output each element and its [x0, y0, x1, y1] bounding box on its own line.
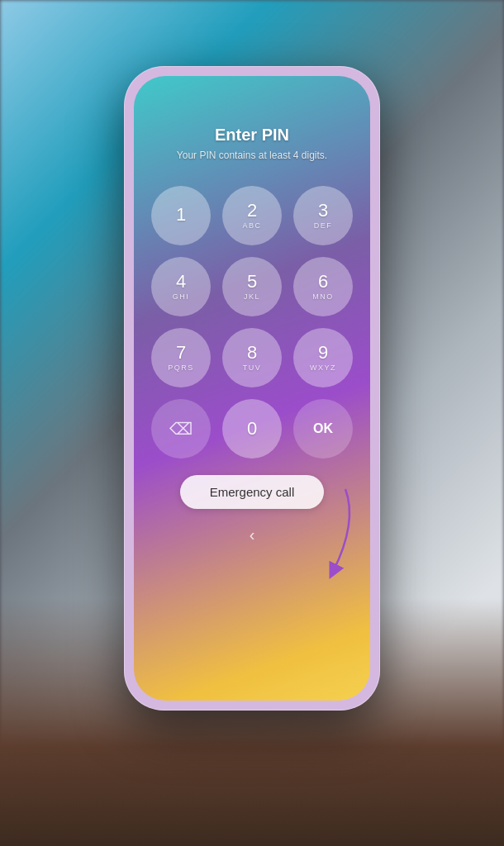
- phone-wrapper: Enter PIN Your PIN contains at least 4 d…: [124, 66, 380, 711]
- key-3[interactable]: 3 DEF: [293, 186, 353, 245]
- pin-subtitle: Your PIN contains at least 4 digits.: [177, 150, 327, 161]
- backspace-icon: ⌫: [169, 419, 193, 439]
- key-6[interactable]: 6 MNO: [293, 257, 353, 316]
- phone-screen: Enter PIN Your PIN contains at least 4 d…: [134, 76, 370, 701]
- back-button[interactable]: ‹: [250, 525, 255, 544]
- pin-title: Enter PIN: [215, 126, 289, 145]
- key-4[interactable]: 4 GHI: [151, 257, 211, 316]
- key-0[interactable]: 0: [222, 399, 282, 459]
- key-2[interactable]: 2 ABC: [222, 186, 282, 245]
- scene: Enter PIN Your PIN contains at least 4 d…: [0, 0, 504, 846]
- key-8[interactable]: 8 TUV: [222, 328, 282, 387]
- phone-outer-case: Enter PIN Your PIN contains at least 4 d…: [124, 66, 380, 711]
- lock-screen: Enter PIN Your PIN contains at least 4 d…: [134, 76, 370, 701]
- key-1[interactable]: 1: [151, 186, 211, 245]
- key-7[interactable]: 7 PQRS: [151, 328, 211, 387]
- key-ok[interactable]: OK: [293, 399, 353, 459]
- key-5[interactable]: 5 JKL: [222, 257, 282, 316]
- key-9[interactable]: 9 WXYZ: [293, 328, 353, 387]
- key-backspace[interactable]: ⌫: [151, 399, 211, 459]
- emergency-call-button[interactable]: Emergency call: [180, 475, 325, 509]
- numpad: 1 2 ABC 3 DEF 4: [151, 186, 353, 459]
